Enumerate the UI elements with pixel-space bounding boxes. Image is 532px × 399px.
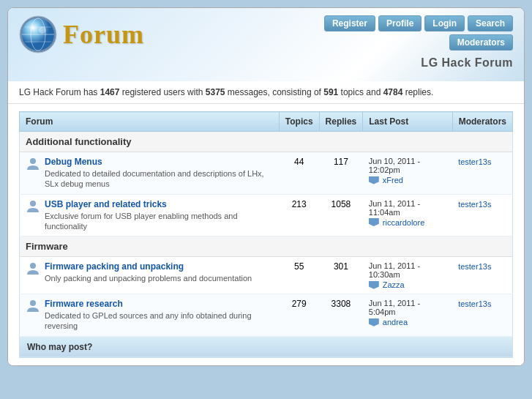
section-link-firmware[interactable]: Firmware [26, 241, 68, 252]
forum-col-header: Forum [20, 112, 280, 132]
topics-count: 279 [279, 294, 319, 337]
topics-count: 55 [279, 257, 319, 294]
svg-point-7 [30, 158, 36, 164]
message-icon [369, 318, 379, 327]
forum-cell: Firmware research Dedicated to GPLed sou… [26, 299, 273, 332]
last-post-date: Jun 10, 2011 - 12:02pm [369, 157, 446, 174]
page-wrapper: Forum Register Profile Login Search Mode… [7, 7, 525, 366]
last-post-user: Zazza [369, 280, 446, 289]
forum-table: Forum Topics Replies Last Post Moderator… [19, 111, 513, 358]
moderators-cell: tester13s [452, 294, 512, 337]
last-post-date: Jun 11, 2011 - 5:04pm [369, 299, 446, 316]
last-post-date: Jun 11, 2011 - 10:30am [369, 261, 446, 279]
section-additional-functionality: Additional functionality [20, 132, 513, 152]
section-firmware: Firmware [20, 236, 513, 257]
moderators-cell: tester13s [452, 194, 512, 236]
moderators-button[interactable]: Moderators [449, 34, 513, 51]
topics-count: 44 [279, 152, 319, 195]
main-content: Forum Topics Replies Last Post Moderator… [8, 104, 524, 365]
forum-desc: Dedicated to detailed documentation and … [45, 168, 273, 190]
table-header-row: Forum Topics Replies Last Post Moderator… [20, 112, 513, 132]
forum-link-packing[interactable]: Firmware packing and unpacking [45, 261, 184, 272]
forum-link-research[interactable]: Firmware research [45, 299, 123, 309]
topic-count: 591 [323, 87, 338, 97]
topics-col-header: Topics [279, 112, 319, 132]
forum-cell: Firmware packing and unpacking Only pack… [26, 261, 273, 283]
moderator-link[interactable]: tester13s [458, 200, 491, 209]
forum-desc: Exclusive forum for USB player enabling … [45, 211, 273, 232]
logo-globe-icon [19, 15, 57, 53]
forum-link-usb[interactable]: USB player and related tricks [45, 199, 167, 209]
forum-info: Debug Menus Dedicated to detailed docume… [45, 157, 273, 190]
forum-icon [26, 199, 40, 214]
replies-count: 1058 [319, 194, 363, 236]
last-post-cell: Jun 11, 2011 - 5:04pm andrea [363, 294, 452, 337]
last-post-user: andrea [369, 318, 446, 327]
logo-area: Forum [19, 15, 144, 53]
header-right: Register Profile Login Search Moderators… [324, 15, 513, 70]
forum-title: Debug Menus [45, 157, 273, 167]
replies-count: 117 [319, 152, 363, 195]
last-post-user-link[interactable]: Zazza [383, 280, 405, 289]
site-title: LG Hack Forum [421, 56, 513, 70]
section-link-additional[interactable]: Additional functionality [26, 136, 131, 147]
stats-text: LG Hack Forum has 1467 registered users … [19, 87, 433, 97]
moderators-cell: tester13s [452, 257, 512, 294]
lastpost-col-header: Last Post [363, 112, 452, 132]
forum-link-debug[interactable]: Debug Menus [45, 157, 102, 167]
svg-point-10 [30, 300, 36, 306]
moderator-link[interactable]: tester13s [458, 299, 491, 308]
last-post-user-link[interactable]: xFred [383, 176, 403, 184]
replies-col-header: Replies [319, 112, 363, 132]
forum-icon [26, 261, 40, 276]
replies-count: 301 [319, 257, 363, 294]
message-icon [369, 176, 379, 184]
forum-title: Firmware research [45, 299, 273, 309]
message-icon [369, 281, 379, 289]
moderators-cell: tester13s [452, 152, 512, 195]
last-post-cell: Jun 11, 2011 - 10:30am Zazza [363, 257, 452, 294]
svg-point-6 [39, 26, 46, 34]
forum-info-cell: USB player and related tricks Exclusive … [20, 194, 280, 236]
table-row: Firmware packing and unpacking Only pack… [20, 257, 513, 294]
moderator-link[interactable]: tester13s [458, 157, 491, 166]
svg-point-9 [30, 263, 36, 269]
user-count: 1467 [100, 87, 120, 97]
table-footer-row: Who may post? [20, 336, 513, 357]
moderator-link[interactable]: tester13s [458, 262, 491, 271]
forum-desc: Only packing and unpacking problems and … [45, 273, 273, 283]
search-button[interactable]: Search [468, 15, 513, 31]
logo-text: Forum [63, 19, 144, 50]
forum-cell: Debug Menus Dedicated to detailed docume… [26, 157, 273, 190]
forum-info: USB player and related tricks Exclusive … [45, 199, 273, 232]
forum-title: Firmware packing and unpacking [45, 261, 273, 272]
last-post-user-link[interactable]: andrea [383, 318, 408, 327]
last-post-date: Jun 11, 2011 - 11:04am [369, 199, 446, 217]
forum-info: Firmware research Dedicated to GPLed sou… [45, 299, 273, 332]
moderators-col-header: Moderators [452, 112, 512, 132]
message-count: 5375 [206, 87, 225, 97]
nav-buttons-top: Register Profile Login Search [324, 15, 513, 31]
stats-bar: LG Hack Forum has 1467 registered users … [8, 81, 524, 104]
nav-buttons-mid: Moderators [449, 34, 513, 51]
last-post-cell: Jun 11, 2011 - 11:04am riccardolore [363, 194, 452, 236]
profile-button[interactable]: Profile [378, 15, 422, 31]
forum-info: Firmware packing and unpacking Only pack… [45, 261, 273, 283]
forum-title: USB player and related tricks [45, 199, 273, 209]
forum-info-cell: Firmware packing and unpacking Only pack… [20, 257, 280, 294]
forum-icon [26, 299, 40, 313]
last-post-user-link[interactable]: riccardolore [383, 218, 424, 227]
message-icon [369, 218, 379, 226]
forum-info-cell: Firmware research Dedicated to GPLed sou… [20, 294, 280, 337]
register-button[interactable]: Register [324, 15, 375, 31]
last-post-user: riccardolore [369, 218, 446, 227]
last-post-user: xFred [369, 176, 446, 184]
forum-info-cell: Debug Menus Dedicated to detailed docume… [20, 152, 280, 195]
forum-icon [26, 157, 40, 171]
svg-point-8 [30, 201, 36, 206]
forum-desc: Dedicated to GPLed sources and any info … [45, 310, 273, 332]
table-row: Debug Menus Dedicated to detailed docume… [20, 152, 513, 195]
table-row: USB player and related tricks Exclusive … [20, 194, 513, 236]
topics-count: 213 [279, 194, 319, 236]
login-button[interactable]: Login [424, 15, 465, 31]
